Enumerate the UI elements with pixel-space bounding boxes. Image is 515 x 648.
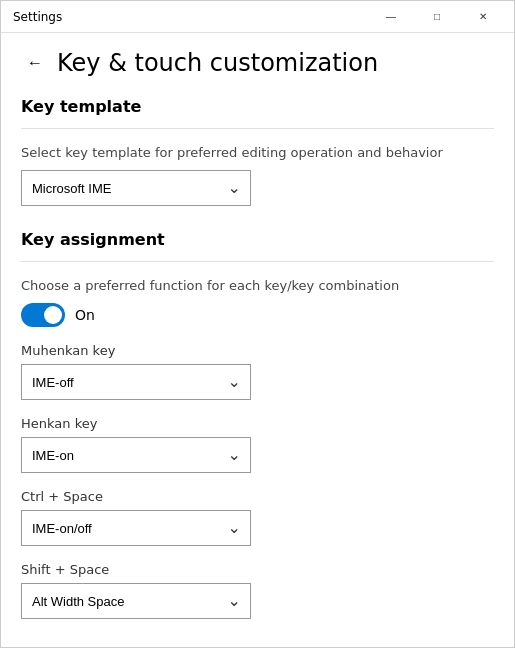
henkan-dropdown[interactable]: IME-on IME-off IME-on/off None xyxy=(21,437,251,473)
section-divider-2 xyxy=(21,261,494,262)
content-area: ← Key & touch customization Key template… xyxy=(1,33,514,647)
key-template-title: Key template xyxy=(21,97,494,116)
toggle-label: On xyxy=(75,307,95,323)
back-icon: ← xyxy=(27,54,43,72)
henkan-label: Henkan key xyxy=(21,416,494,431)
key-template-section: Key template Select key template for pre… xyxy=(21,97,494,206)
page-title: Key & touch customization xyxy=(57,49,378,77)
key-template-dropdown-wrapper: Microsoft IME ATOK MS-IME 2002 xyxy=(21,170,251,206)
muhenkan-dropdown[interactable]: IME-off IME-on IME-on/off None xyxy=(21,364,251,400)
key-template-dropdown[interactable]: Microsoft IME ATOK MS-IME 2002 xyxy=(21,170,251,206)
breadcrumb: ← Key & touch customization xyxy=(21,49,494,77)
ctrl-space-dropdown[interactable]: IME-on/off IME-on IME-off None xyxy=(21,510,251,546)
ctrl-space-label: Ctrl + Space xyxy=(21,489,494,504)
section-divider xyxy=(21,128,494,129)
key-assignment-section: Key assignment Choose a preferred functi… xyxy=(21,230,494,619)
shift-space-label: Shift + Space xyxy=(21,562,494,577)
settings-window: Settings — □ ✕ ← Key & touch customizati… xyxy=(0,0,515,648)
assignment-toggle[interactable] xyxy=(21,303,65,327)
close-button[interactable]: ✕ xyxy=(460,1,506,33)
muhenkan-dropdown-wrapper: IME-off IME-on IME-on/off None xyxy=(21,364,251,400)
henkan-container: Henkan key IME-on IME-off IME-on/off Non… xyxy=(21,416,494,473)
ctrl-space-dropdown-wrapper: IME-on/off IME-on IME-off None xyxy=(21,510,251,546)
key-assignment-title: Key assignment xyxy=(21,230,494,249)
muhenkan-container: Muhenkan key IME-off IME-on IME-on/off N… xyxy=(21,343,494,400)
key-template-description: Select key template for preferred editin… xyxy=(21,145,494,160)
muhenkan-label: Muhenkan key xyxy=(21,343,494,358)
shift-space-dropdown-wrapper: Alt Width Space Width Space None xyxy=(21,583,251,619)
henkan-dropdown-wrapper: IME-on IME-off IME-on/off None xyxy=(21,437,251,473)
titlebar: Settings — □ ✕ xyxy=(1,1,514,33)
toggle-row: On xyxy=(21,303,494,327)
titlebar-controls: — □ ✕ xyxy=(368,1,506,33)
key-assignment-description: Choose a preferred function for each key… xyxy=(21,278,494,293)
titlebar-title: Settings xyxy=(9,10,368,24)
maximize-button[interactable]: □ xyxy=(414,1,460,33)
minimize-button[interactable]: — xyxy=(368,1,414,33)
ctrl-space-container: Ctrl + Space IME-on/off IME-on IME-off N… xyxy=(21,489,494,546)
shift-space-container: Shift + Space Alt Width Space Width Spac… xyxy=(21,562,494,619)
shift-space-dropdown[interactable]: Alt Width Space Width Space None xyxy=(21,583,251,619)
back-button[interactable]: ← xyxy=(21,49,49,77)
